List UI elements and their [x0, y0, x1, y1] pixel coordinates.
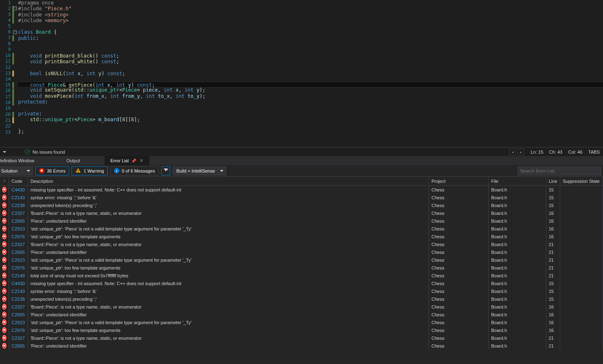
code-line[interactable]	[18, 76, 603, 82]
error-row[interactable]: C2327'Board::Piece': is not a type name,…	[0, 209, 603, 217]
error-code[interactable]: C2238	[9, 201, 28, 209]
code-line[interactable]: void printBoard_black() const;	[18, 53, 603, 59]
error-code[interactable]: C2065	[9, 342, 28, 350]
error-row[interactable]: C2143syntax error: missing ';' before '&…	[0, 287, 603, 295]
code-line[interactable]: void printBoard_white() const;	[18, 59, 603, 65]
code-line[interactable]	[18, 41, 603, 47]
header-suppression-state[interactable]: Suppression State	[560, 177, 603, 185]
error-row[interactable]: C2143syntax error: missing ';' before '&…	[0, 194, 603, 201]
source-combo[interactable]: Build + IntelliSense	[173, 166, 226, 175]
error-code[interactable]: C4430	[9, 279, 28, 287]
error-row[interactable]: C2327'Board::Piece': is not a type name,…	[0, 240, 603, 248]
code-line[interactable]: std::unique_ptr<Piece> m_board[8][8];	[18, 117, 603, 122]
pin-icon[interactable]: 📌	[131, 159, 136, 163]
table-header-row[interactable]: ▾ Code Description Project File Line Sup…	[0, 177, 603, 186]
error-row[interactable]: C2976'std::unique_ptr': too few template…	[0, 326, 603, 334]
indent-mode[interactable]: TABS	[588, 150, 600, 154]
code-line[interactable]: void movePiece(int from_x, int from_y, i…	[18, 93, 603, 99]
header-severity[interactable]: ▾	[0, 177, 9, 185]
error-description: 'std::unique_ptr': 'Piece' is not a vali…	[28, 256, 429, 264]
search-error-list-input[interactable]	[517, 166, 601, 175]
error-code[interactable]: C2148	[9, 272, 28, 279]
error-code[interactable]: C2327	[9, 209, 28, 217]
error-code[interactable]: C2976	[9, 264, 28, 272]
error-file: Board.h	[489, 326, 546, 334]
error-row[interactable]: C2238unexpected token(s) preceding ';'Ch…	[0, 201, 603, 209]
header-code[interactable]: Code	[9, 177, 28, 185]
code-line[interactable]: };	[18, 129, 603, 134]
error-code[interactable]: C2238	[9, 295, 28, 303]
code-line[interactable]	[18, 47, 603, 53]
code-line[interactable]: public:	[18, 35, 603, 41]
header-file[interactable]: File	[489, 177, 546, 185]
code-line[interactable]: protected:	[18, 99, 603, 105]
error-file: Board.h	[489, 295, 546, 303]
error-icon	[2, 187, 6, 192]
error-code[interactable]: C2923	[9, 318, 28, 326]
error-row[interactable]: C4430missing type specifier - int assume…	[0, 279, 603, 287]
header-description[interactable]: Description	[28, 177, 429, 185]
tab-code-definition-window[interactable]: Code Definition Window	[0, 156, 60, 165]
code-line[interactable]: #pragma once	[18, 0, 603, 6]
code-line[interactable]: const Piece& getPiece(int x, int y) cons…	[18, 82, 603, 88]
error-code[interactable]: C2143	[9, 194, 28, 201]
code-area[interactable]: #pragma once#include "Piece.h"#include <…	[18, 0, 603, 147]
code-line[interactable]	[18, 23, 603, 29]
error-row[interactable]: C4430missing type specifier - int assume…	[0, 186, 603, 194]
error-row[interactable]: C2327'Board::Piece': is not a type name,…	[0, 303, 603, 311]
error-row[interactable]: C2923'std::unique_ptr': 'Piece' is not a…	[0, 256, 603, 264]
error-code[interactable]: C2923	[9, 256, 28, 264]
error-code[interactable]: C2327	[9, 334, 28, 342]
error-line: 15	[546, 186, 560, 194]
code-line[interactable]: private:	[18, 111, 603, 117]
header-line[interactable]: Line	[546, 177, 560, 185]
error-code[interactable]: C2065	[9, 248, 28, 256]
error-suppression	[560, 225, 603, 233]
error-row[interactable]: C2238unexpected token(s) preceding ';'Ch…	[0, 295, 603, 303]
messages-filter-button[interactable]: 0 of 6 Messages	[110, 166, 159, 175]
error-code[interactable]: C2065	[9, 311, 28, 318]
error-row[interactable]: C2065'Piece': undeclared identifierChess…	[0, 342, 603, 350]
code-editor[interactable]: 1234567891011121314151617181920212223 −−…	[0, 0, 603, 147]
code-line[interactable]: #include <string>	[18, 12, 603, 18]
code-line[interactable]: #include "Piece.h"	[18, 6, 603, 12]
error-code[interactable]: C2976	[9, 326, 28, 334]
error-file: Board.h	[489, 217, 546, 225]
nav-back-button[interactable]: ◂	[509, 149, 516, 155]
code-line[interactable]: void setSquare(std::unique_ptr<Piece> pi…	[18, 87, 603, 93]
error-row[interactable]: C2923'std::unique_ptr': 'Piece' is not a…	[0, 318, 603, 326]
error-code[interactable]: C2327	[9, 240, 28, 248]
errors-filter-button[interactable]: 36 Errors	[35, 166, 69, 175]
close-icon[interactable]: ✕	[139, 158, 144, 164]
error-row[interactable]: C2065'Piece': undeclared identifierChess…	[0, 217, 603, 225]
code-line[interactable]	[18, 65, 603, 70]
error-code[interactable]: C2976	[9, 233, 28, 240]
nav-forward-button[interactable]: ▸	[517, 149, 524, 155]
error-code[interactable]: C4430	[9, 186, 28, 194]
error-code[interactable]: C2327	[9, 303, 28, 311]
error-code[interactable]: C2923	[9, 225, 28, 233]
error-code[interactable]: C2143	[9, 287, 28, 295]
code-line[interactable]	[18, 122, 603, 128]
code-line[interactable]	[18, 105, 603, 111]
fold-toggle[interactable]: −	[13, 30, 17, 34]
error-code[interactable]: C2065	[9, 217, 28, 225]
error-table[interactable]: ▾ Code Description Project File Line Sup…	[0, 177, 603, 364]
header-project[interactable]: Project	[429, 177, 489, 185]
code-line[interactable]: #include <memory>	[18, 18, 603, 23]
error-row[interactable]: C2148total size of array must not exceed…	[0, 272, 603, 279]
error-row[interactable]: C2976'std::unique_ptr': too few template…	[0, 264, 603, 272]
error-row[interactable]: C2065'Piece': undeclared identifierChess…	[0, 248, 603, 256]
editor-split-button[interactable]	[0, 148, 9, 156]
error-row[interactable]: C2065'Piece': undeclared identifierChess…	[0, 311, 603, 318]
code-line[interactable]: class Board {	[18, 29, 603, 35]
code-line[interactable]: bool isNULL(int x, int y) const;	[18, 71, 603, 76]
tab-error-list[interactable]: Error List 📌 ✕	[104, 156, 149, 165]
scope-combo[interactable]: Entire Solution	[0, 166, 33, 175]
error-row[interactable]: C2976'std::unique_ptr': too few template…	[0, 233, 603, 240]
warnings-filter-button[interactable]: 1 Warning	[72, 166, 108, 175]
clear-filter-button[interactable]: ✦	[161, 166, 170, 175]
error-row[interactable]: C2327'Board::Piece': is not a type name,…	[0, 334, 603, 342]
tab-output[interactable]: Output	[60, 156, 104, 165]
error-row[interactable]: C2923'std::unique_ptr': 'Piece' is not a…	[0, 225, 603, 233]
